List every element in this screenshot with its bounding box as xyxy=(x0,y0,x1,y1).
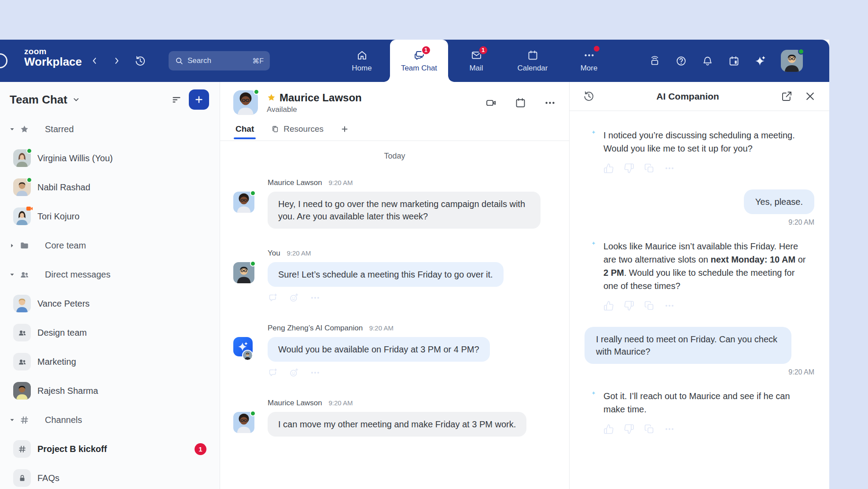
ai-message-text: Looks like Maurice isn’t available this … xyxy=(603,240,807,293)
text-part: or xyxy=(795,255,805,264)
message-more-button[interactable] xyxy=(310,367,320,378)
thumbs-down-button[interactable] xyxy=(624,423,634,435)
hash-icon xyxy=(18,445,27,454)
sidebar-section-direct-messages[interactable]: Direct messages xyxy=(0,260,220,289)
video-camera-icon xyxy=(485,97,497,109)
sidebar-section-core-team[interactable]: Core team xyxy=(0,231,220,260)
message-list[interactable]: Today Maurice Lawson 9:20 AM Hey, I need… xyxy=(220,141,569,489)
reply-in-thread-button[interactable] xyxy=(268,292,278,304)
main-nav-tabs: Home 1 Team Chat 1 Mail Calendar xyxy=(334,40,617,82)
search-shortcut: ⌘F xyxy=(252,57,264,65)
copy-button[interactable] xyxy=(644,300,655,312)
more-options-button[interactable] xyxy=(664,300,675,312)
ellipsis-icon xyxy=(310,367,320,378)
text-part-bold: next Monday: 10 AM xyxy=(710,255,795,264)
copy-button[interactable] xyxy=(644,162,655,174)
message-time: 9:20 AM xyxy=(329,399,353,407)
more-notification-dot xyxy=(594,46,600,52)
chat-message: Maurice Lawson 9:20 AM I can move my oth… xyxy=(233,399,556,437)
sidebar-item-design-team[interactable]: Design team xyxy=(0,318,220,347)
sidebar-item-project-b-kickoff[interactable]: Project B kickoff 1 xyxy=(0,434,220,463)
caret-down-icon[interactable] xyxy=(9,126,15,133)
tab-home[interactable]: Home xyxy=(334,40,390,82)
plus-icon xyxy=(194,94,204,105)
sidebar-section-channels[interactable]: Channels xyxy=(0,405,220,434)
tab-resources-label: Resources xyxy=(283,124,324,134)
sidebar-item-faqs[interactable]: FAQs xyxy=(0,463,220,489)
thumbs-down-button[interactable] xyxy=(624,300,634,312)
connect-device-button[interactable] xyxy=(649,55,661,67)
tab-more[interactable]: More xyxy=(561,40,617,82)
tab-resources[interactable]: Resources xyxy=(271,119,324,139)
sidebar-item-rajesh-sharma[interactable]: Rajesh Sharma xyxy=(0,376,220,405)
add-reaction-button[interactable] xyxy=(289,367,299,378)
close-panel-button[interactable] xyxy=(804,90,816,102)
nav-back-button[interactable] xyxy=(90,56,99,65)
thumbs-up-button[interactable] xyxy=(603,300,614,312)
sidebar-item-tori-kojuro[interactable]: Tori Kojuro xyxy=(0,202,220,231)
sidebar-item-vance-peters[interactable]: Vance Peters xyxy=(0,289,220,318)
add-tab-button[interactable] xyxy=(340,119,349,139)
sidebar-item-nabil-rashad[interactable]: Nabil Rashad xyxy=(0,173,220,202)
tab-chat[interactable]: Chat xyxy=(235,119,254,139)
add-reaction-button[interactable] xyxy=(289,292,299,304)
caret-down-icon[interactable] xyxy=(9,417,15,423)
ellipsis-icon xyxy=(310,293,320,303)
ai-companion-topbar-button[interactable] xyxy=(754,55,766,67)
ai-companion-panel: AI Companion I noticed you’re discussing… xyxy=(570,82,829,489)
online-presence-dot xyxy=(254,89,259,95)
reply-in-thread-button[interactable] xyxy=(268,367,278,378)
sidebar-item-label: Tori Kojuro xyxy=(37,211,80,222)
close-icon xyxy=(804,90,816,102)
schedule-button[interactable] xyxy=(728,55,740,67)
ai-message-actions xyxy=(603,162,814,174)
starred-contact-icon[interactable] xyxy=(267,93,276,102)
nav-forward-button[interactable] xyxy=(112,56,121,65)
user-avatar[interactable] xyxy=(781,50,803,72)
schedule-meeting-button[interactable] xyxy=(515,97,526,109)
text-part-bold: 2 PM xyxy=(603,268,624,278)
filter-button[interactable] xyxy=(171,94,182,105)
thumbs-down-button[interactable] xyxy=(624,162,634,174)
ai-history-button[interactable] xyxy=(583,90,595,102)
thumbs-up-button[interactable] xyxy=(603,162,614,174)
home-icon xyxy=(356,49,368,61)
more-options-button[interactable] xyxy=(664,162,675,174)
more-options-button[interactable] xyxy=(664,423,675,435)
ai-panel-body[interactable]: I noticed you’re discussing scheduling a… xyxy=(570,111,829,489)
sidebar-section-starred[interactable]: Starred xyxy=(0,115,220,144)
thumbs-up-button[interactable] xyxy=(603,423,614,435)
ai-sparkle-icon xyxy=(585,130,596,141)
copy-button[interactable] xyxy=(644,423,655,435)
chat-more-options-button[interactable] xyxy=(544,97,556,109)
date-divider: Today xyxy=(233,152,556,161)
ellipsis-icon xyxy=(664,424,675,434)
notifications-button[interactable] xyxy=(702,55,714,67)
tab-team-chat[interactable]: 1 Team Chat xyxy=(390,40,448,82)
sidebar-item-label: Design team xyxy=(37,328,87,338)
tab-calendar[interactable]: Calendar xyxy=(504,40,561,82)
pop-out-button[interactable] xyxy=(781,90,793,102)
message-more-button[interactable] xyxy=(310,292,320,304)
global-search-box[interactable]: ⌘F xyxy=(169,51,270,70)
topbar-right-actions xyxy=(649,40,803,82)
caret-down-icon[interactable] xyxy=(9,271,15,278)
help-button[interactable] xyxy=(675,55,687,67)
chat-message-ai: Peng Zheng’s AI Companion 9:20 AM Would … xyxy=(233,324,556,378)
sidebar-item-virginia-willis[interactable]: Virginia Willis (You) xyxy=(0,144,220,173)
section-label: Starred xyxy=(45,124,74,134)
help-icon xyxy=(675,55,687,67)
user-bubble: I really need to meet on Friday. Can you… xyxy=(585,327,791,364)
ai-sparkle-icon xyxy=(585,241,596,252)
online-presence-dot xyxy=(26,177,32,183)
start-video-meeting-button[interactable] xyxy=(485,97,497,109)
search-icon xyxy=(175,56,184,65)
new-chat-button[interactable] xyxy=(189,89,209,110)
search-input[interactable] xyxy=(188,56,248,65)
chevron-down-icon[interactable] xyxy=(72,95,81,104)
history-button[interactable] xyxy=(134,55,146,67)
sidebar-item-marketing[interactable]: Marketing xyxy=(0,347,220,376)
reply-icon xyxy=(268,293,278,303)
tab-mail[interactable]: 1 Mail xyxy=(448,40,504,82)
caret-right-icon[interactable] xyxy=(9,242,15,249)
